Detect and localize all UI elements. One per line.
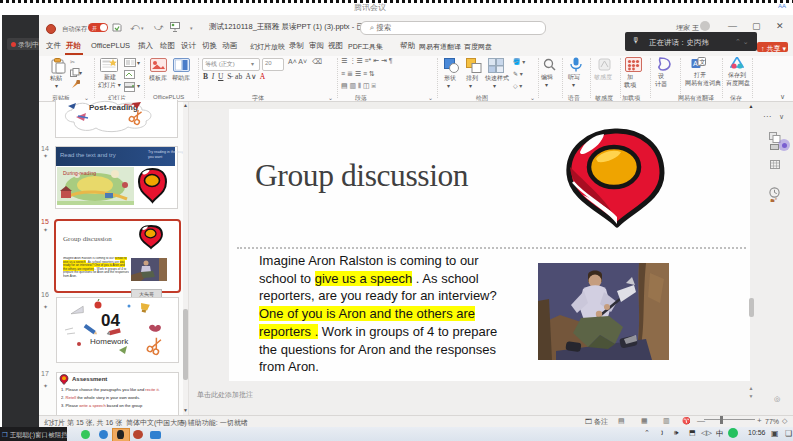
svg-text:A: A [693, 60, 698, 67]
svg-text:Homework: Homework [90, 337, 129, 346]
svg-text:文: 文 [700, 58, 706, 65]
svg-text:During-reading: During-reading [63, 170, 96, 176]
svg-text:04: 04 [101, 311, 120, 330]
svg-text:Post-reading: Post-reading [89, 103, 138, 112]
